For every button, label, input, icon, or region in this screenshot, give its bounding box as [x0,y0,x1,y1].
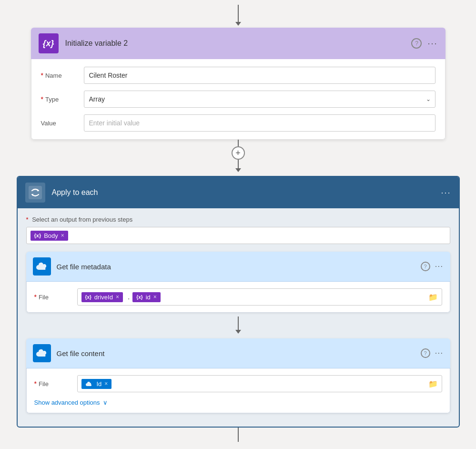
inner-connector [26,316,450,335]
get-file-metadata-actions: ? ··· [421,262,444,271]
name-field-row: * Name [41,67,435,84]
svg-rect-0 [29,186,42,199]
dot-separator: . [128,293,130,301]
body-token: {x} Body × [30,231,68,241]
init-variable-header: {x} Initialize variable 2 ? ··· [31,28,446,59]
name-required-star: * [41,71,43,79]
cloud-icon-content [36,348,48,358]
loop-actions: ··· [441,188,451,198]
get-file-metadata-title: Get file metadata [57,263,421,271]
bottom-line [238,428,239,442]
top-connector [238,5,239,28]
show-advanced-label: Show advanced options [34,399,100,406]
metadata-file-input[interactable]: {x} driveId × . {x} id × 📁 [77,288,442,306]
content-file-label: File [39,380,77,388]
type-label-wrap: * Type [41,95,84,103]
bottom-connector [238,428,239,442]
content-file-row: * File Id × 📁 [34,375,442,392]
add-connector: + [232,140,245,176]
content-file-label-wrap: * File [34,380,77,388]
driveid-token: {x} driveId × [81,292,123,302]
id-token: {x} id × [132,292,161,302]
get-file-metadata-header: Get file metadata ? ··· [26,252,450,282]
id-token-close[interactable]: × [153,294,157,300]
metadata-file-label-wrap: * File [34,293,77,301]
name-label-wrap: * Name [41,71,84,79]
get-file-content-header: Get file content ? ··· [26,338,450,368]
loop-title: Apply to each [52,188,441,197]
loop-card: Apply to each ··· * Select an output fro… [17,176,460,428]
body-token-label: Body [44,232,58,239]
value-input[interactable] [84,114,435,132]
output-required-star: * [26,216,29,223]
add-line-top [238,140,239,146]
value-label: Value [41,120,79,127]
id-content-token: Id × [81,379,112,389]
type-required-star: * [41,95,43,103]
variable-icon: {x} [42,39,54,49]
body-token-close[interactable]: × [61,232,64,239]
add-line-bottom [238,160,239,169]
get-file-content-icon-box [33,344,51,362]
top-arrow-line [238,5,239,13]
get-file-content-help-icon[interactable]: ? [421,348,430,358]
metadata-file-row: * File {x} driveId × . {x} [34,288,442,306]
value-label-wrap: Value [41,120,84,127]
get-file-content-actions: ? ··· [421,348,444,358]
type-label: Type [45,96,83,103]
get-file-metadata-card: Get file metadata ? ··· * File [26,252,450,313]
output-input-wrap[interactable]: {x} Body × [26,227,450,244]
cloud-icon-metadata [36,261,48,272]
name-input[interactable] [84,67,435,84]
content-file-input[interactable]: Id × 📁 [77,375,442,392]
show-advanced-link[interactable]: Show advanced options ∨ [34,399,442,406]
show-advanced-chevron: ∨ [103,399,108,406]
type-select[interactable]: Array String Boolean Integer Float Objec… [84,91,435,108]
id-token-label: id [146,294,151,301]
get-file-metadata-icon-box [33,257,51,276]
add-step-button[interactable]: + [232,146,245,160]
name-label: Name [45,72,83,79]
loop-bottom-padding [26,413,450,419]
get-file-metadata-help-icon[interactable]: ? [421,262,430,271]
loop-more-button[interactable]: ··· [441,188,451,198]
inner-arrow-line [238,316,239,331]
cloud-token-icon [85,380,93,387]
output-label: * Select an output from previous steps [26,216,450,223]
get-file-content-more-button[interactable]: ··· [435,349,444,357]
body-token-icon: {x} [34,233,41,238]
init-variable-help-icon[interactable]: ? [411,38,422,49]
metadata-file-label: File [39,294,77,301]
metadata-file-required-star: * [34,293,37,301]
type-select-wrap: Array String Boolean Integer Float Objec… [84,91,435,108]
init-variable-actions: ? ··· [411,38,437,49]
type-field-row: * Type Array String Boolean Integer Floa… [41,91,435,108]
init-variable-body: * Name * Type Array String Boolean Integ… [31,59,446,140]
get-file-metadata-body: * File {x} driveId × . {x} [26,282,450,313]
id-token-icon: {x} [136,295,142,300]
id-content-token-close[interactable]: × [104,380,108,387]
init-variable-card: {x} Initialize variable 2 ? ··· * Name * [31,28,446,140]
folder-icon-content[interactable]: 📁 [428,379,438,388]
driveid-token-close[interactable]: × [116,294,119,300]
loop-header: Apply to each ··· [18,177,459,208]
get-file-content-card: Get file content ? ··· * File [26,338,450,413]
driveid-token-icon: {x} [85,295,91,300]
id-content-token-label: Id [97,380,102,388]
top-arrow-head [238,13,239,23]
driveid-token-label: driveId [94,294,113,301]
get-file-content-title: Get file content [57,349,421,357]
value-field-row: Value [41,114,435,132]
init-variable-icon-box: {x} [39,33,59,53]
add-arrow-head [235,168,241,172]
folder-icon-metadata[interactable]: 📁 [428,293,438,302]
loop-body: * Select an output from previous steps {… [18,208,459,427]
get-file-content-body: * File Id × 📁 [26,368,450,413]
content-file-required-star: * [34,380,37,388]
init-variable-more-button[interactable]: ··· [427,39,437,49]
loop-icon-box [25,183,45,203]
loop-icon [29,186,42,199]
get-file-metadata-more-button[interactable]: ··· [435,262,444,271]
init-variable-title: Initialize variable 2 [65,39,412,48]
